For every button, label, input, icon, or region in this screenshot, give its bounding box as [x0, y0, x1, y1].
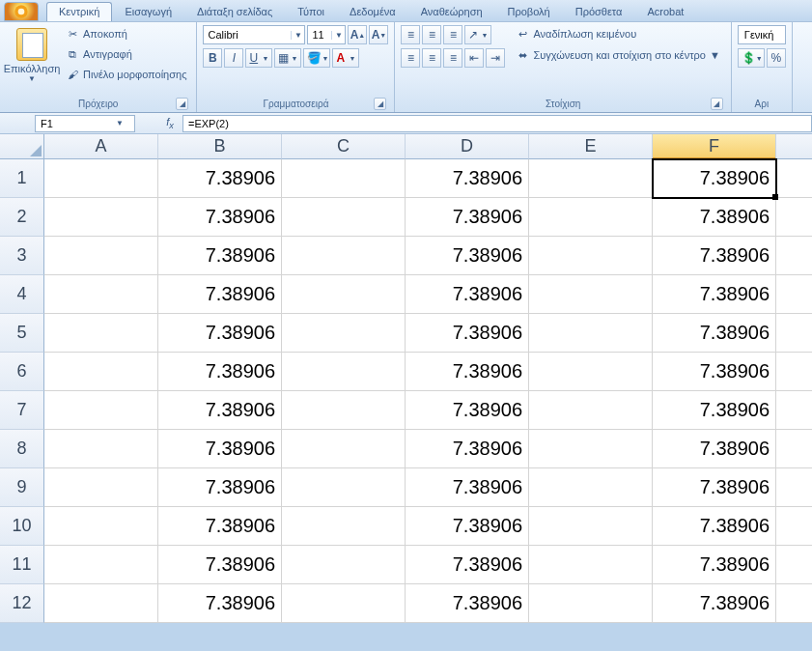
cell-E4[interactable] [529, 275, 653, 314]
tab-προβολή[interactable]: Προβολή [495, 2, 563, 21]
font-color-button[interactable]: A▼ [332, 48, 359, 68]
tab-τύποι[interactable]: Τύποι [285, 2, 337, 21]
cell-A2[interactable] [44, 198, 158, 237]
underline-button[interactable]: U▼ [245, 48, 272, 68]
tab-διάταξη σελίδας[interactable]: Διάταξη σελίδας [184, 2, 285, 21]
column-header-C[interactable]: C [282, 134, 406, 159]
chevron-down-icon[interactable]: ▼ [113, 119, 126, 127]
cell-A11[interactable] [44, 546, 158, 584]
cell-A5[interactable] [44, 314, 158, 353]
cell-trailing[interactable] [776, 391, 812, 430]
cell-D4[interactable]: 7.38906 [406, 275, 529, 314]
alignment-launcher[interactable]: ◢ [711, 98, 723, 110]
cell-A10[interactable] [44, 507, 158, 546]
clipboard-launcher[interactable]: ◢ [176, 98, 188, 110]
cell-A6[interactable] [44, 353, 158, 391]
column-header-F[interactable]: F [653, 134, 776, 159]
cell-F2[interactable]: 7.38906 [653, 198, 776, 237]
cell-E8[interactable] [529, 430, 653, 468]
cell-E12[interactable] [529, 584, 653, 623]
cell-F9[interactable]: 7.38906 [653, 468, 776, 507]
cell-trailing[interactable] [776, 584, 812, 623]
name-box-input[interactable] [36, 118, 113, 129]
cell-D1[interactable]: 7.38906 [406, 159, 529, 198]
decrease-indent-button[interactable]: ⇤ [464, 48, 484, 68]
grow-font-button[interactable]: A▲ [348, 25, 367, 44]
cell-D6[interactable]: 7.38906 [406, 353, 529, 391]
cell-F1[interactable]: 7.38906 [653, 159, 776, 198]
chevron-down-icon[interactable]: ▼ [291, 31, 304, 40]
tab-δεδομένα[interactable]: Δεδομένα [337, 2, 408, 21]
cell-C7[interactable] [282, 391, 406, 430]
cell-C3[interactable] [282, 237, 406, 275]
cell-F10[interactable]: 7.38906 [653, 507, 776, 546]
cell-A3[interactable] [44, 237, 158, 275]
cell-trailing[interactable] [776, 198, 812, 237]
percent-format-button[interactable]: % [767, 48, 786, 68]
column-header-B[interactable]: B [158, 134, 282, 159]
cell-C8[interactable] [282, 430, 406, 468]
cell-B7[interactable]: 7.38906 [158, 391, 282, 430]
column-header-D[interactable]: D [406, 134, 529, 159]
cell-trailing[interactable] [776, 468, 812, 507]
cell-A1[interactable] [44, 159, 158, 198]
cell-C6[interactable] [282, 353, 406, 391]
cell-B9[interactable]: 7.38906 [158, 468, 282, 507]
cut-button[interactable]: ✂ Αποκοπή [62, 25, 190, 42]
cell-B5[interactable]: 7.38906 [158, 314, 282, 353]
cell-B10[interactable]: 7.38906 [158, 507, 282, 546]
cell-F8[interactable]: 7.38906 [653, 430, 776, 468]
column-header-E[interactable]: E [529, 134, 653, 159]
cell-D12[interactable]: 7.38906 [406, 584, 529, 623]
cell-C12[interactable] [282, 584, 406, 623]
orientation-button[interactable]: ↗▼ [464, 25, 491, 44]
office-button[interactable] [4, 2, 39, 21]
paste-button[interactable]: Επικόλληση ▼ [6, 25, 58, 97]
formula-input[interactable] [182, 115, 812, 132]
fx-button[interactable]: fx [161, 115, 179, 132]
cell-D7[interactable]: 7.38906 [406, 391, 529, 430]
row-header-12[interactable]: 12 [0, 584, 44, 623]
cell-A9[interactable] [44, 468, 158, 507]
cell-A8[interactable] [44, 430, 158, 468]
cell-D9[interactable]: 7.38906 [406, 468, 529, 507]
italic-button[interactable]: I [224, 48, 243, 68]
cell-F5[interactable]: 7.38906 [653, 314, 776, 353]
row-header-6[interactable]: 6 [0, 353, 44, 391]
wrap-text-button[interactable]: ↩ Αναδίπλωση κειμένου [511, 25, 724, 42]
row-header-1[interactable]: 1 [0, 159, 44, 198]
row-header-4[interactable]: 4 [0, 275, 44, 314]
row-header-5[interactable]: 5 [0, 314, 44, 353]
cell-E7[interactable] [529, 391, 653, 430]
cell-C11[interactable] [282, 546, 406, 584]
cell-B4[interactable]: 7.38906 [158, 275, 282, 314]
tab-acrobat[interactable]: Acrobat [634, 2, 696, 21]
cell-D2[interactable]: 7.38906 [406, 198, 529, 237]
cell-D3[interactable]: 7.38906 [406, 237, 529, 275]
cell-D11[interactable]: 7.38906 [406, 546, 529, 584]
cell-F6[interactable]: 7.38906 [653, 353, 776, 391]
cell-B12[interactable]: 7.38906 [158, 584, 282, 623]
cell-trailing[interactable] [776, 275, 812, 314]
font-name-combo[interactable]: ▼ [203, 25, 305, 44]
cell-A4[interactable] [44, 275, 158, 314]
font-size-input[interactable] [308, 26, 331, 43]
number-format-combo[interactable]: Γενική [738, 25, 786, 44]
cell-C1[interactable] [282, 159, 406, 198]
format-painter-button[interactable]: 🖌 Πινέλο μορφοποίησης [62, 66, 190, 83]
cell-D8[interactable]: 7.38906 [406, 430, 529, 468]
align-middle-button[interactable]: ≡ [422, 25, 441, 44]
align-center-button[interactable]: ≡ [422, 48, 441, 68]
cell-A7[interactable] [44, 391, 158, 430]
cell-E10[interactable] [529, 507, 653, 546]
cell-F11[interactable]: 7.38906 [653, 546, 776, 584]
cell-C5[interactable] [282, 314, 406, 353]
column-header-A[interactable]: A [44, 134, 158, 159]
cell-E6[interactable] [529, 353, 653, 391]
font-size-combo[interactable]: ▼ [307, 25, 346, 44]
tab-αναθεώρηση[interactable]: Αναθεώρηση [408, 2, 495, 21]
align-bottom-button[interactable]: ≡ [443, 25, 462, 44]
name-box[interactable]: ▼ [35, 115, 135, 132]
cell-C4[interactable] [282, 275, 406, 314]
row-header-11[interactable]: 11 [0, 546, 44, 584]
